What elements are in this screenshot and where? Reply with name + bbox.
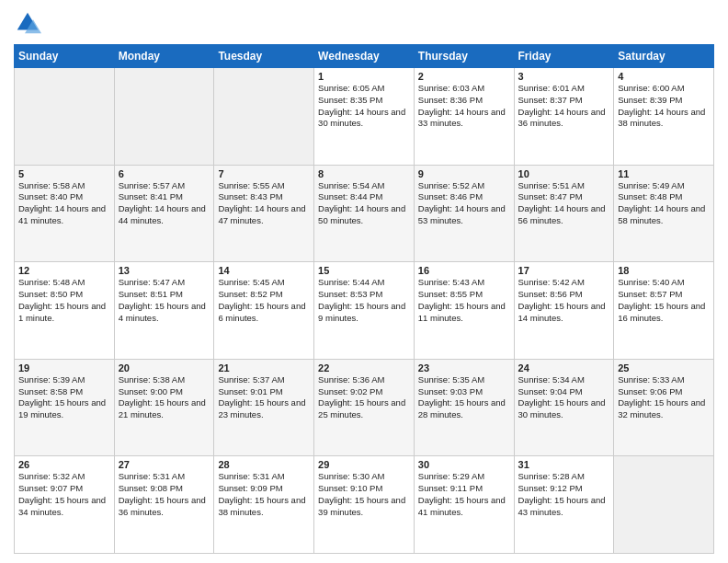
day-info: Sunset: 8:41 PM	[119, 191, 210, 203]
logo-icon	[14, 9, 41, 37]
day-number: 6	[119, 168, 210, 179]
day-number: 25	[618, 362, 710, 373]
day-number: 31	[518, 459, 610, 470]
day-info: Sunrise: 6:01 AM	[518, 83, 610, 95]
day-info: Daylight: 15 hours and 32 minutes.	[618, 397, 710, 421]
day-info: Daylight: 14 hours and 53 minutes.	[418, 203, 510, 227]
day-info: Sunset: 8:36 PM	[418, 95, 510, 107]
day-number: 5	[18, 168, 110, 179]
day-info: Sunset: 8:37 PM	[518, 95, 610, 107]
day-number: 16	[418, 265, 510, 276]
day-info: Sunrise: 5:30 AM	[318, 471, 410, 483]
header	[14, 9, 714, 37]
day-info: Sunrise: 6:03 AM	[418, 83, 510, 95]
day-number: 21	[218, 362, 310, 373]
calendar-day-cell	[114, 68, 214, 166]
calendar-day-cell: 27Sunrise: 5:31 AMSunset: 9:08 PMDayligh…	[114, 456, 214, 554]
day-number: 29	[318, 459, 410, 470]
calendar-day-cell: 13Sunrise: 5:47 AMSunset: 8:51 PMDayligh…	[114, 262, 214, 360]
day-number: 22	[318, 362, 410, 373]
calendar-day-cell: 5Sunrise: 5:58 AMSunset: 8:40 PMDaylight…	[15, 165, 115, 262]
day-info: Daylight: 14 hours and 44 minutes.	[119, 203, 210, 227]
day-info: Sunset: 8:47 PM	[518, 191, 610, 203]
calendar-week-row: 26Sunrise: 5:32 AMSunset: 9:07 PMDayligh…	[15, 456, 714, 554]
day-info: Sunrise: 5:45 AM	[218, 277, 310, 289]
calendar-day-cell: 1Sunrise: 6:05 AMSunset: 8:35 PMDaylight…	[314, 68, 415, 166]
day-info: Sunset: 8:39 PM	[618, 95, 710, 107]
calendar-table: SundayMondayTuesdayWednesdayThursdayFrid…	[14, 44, 714, 554]
day-info: Sunset: 8:56 PM	[518, 289, 610, 301]
calendar-day-cell: 18Sunrise: 5:40 AMSunset: 8:57 PMDayligh…	[614, 262, 714, 360]
day-info: Sunrise: 5:57 AM	[119, 180, 210, 192]
day-info: Daylight: 15 hours and 16 minutes.	[618, 301, 710, 325]
calendar-header-row: SundayMondayTuesdayWednesdayThursdayFrid…	[15, 45, 714, 68]
page: SundayMondayTuesdayWednesdayThursdayFrid…	[0, 0, 728, 563]
day-number: 4	[618, 71, 710, 82]
logo	[14, 9, 45, 37]
day-info: Sunrise: 5:54 AM	[318, 180, 410, 192]
day-info: Sunset: 9:02 PM	[318, 386, 410, 398]
day-info: Sunset: 9:10 PM	[318, 483, 410, 495]
col-header-thursday: Thursday	[414, 45, 514, 68]
day-info: Sunset: 8:44 PM	[318, 191, 410, 203]
day-info: Sunrise: 5:33 AM	[618, 374, 710, 386]
day-info: Daylight: 15 hours and 14 minutes.	[518, 301, 610, 325]
calendar-week-row: 12Sunrise: 5:48 AMSunset: 8:50 PMDayligh…	[15, 262, 714, 360]
calendar-day-cell: 25Sunrise: 5:33 AMSunset: 9:06 PMDayligh…	[614, 359, 714, 456]
day-number: 18	[618, 265, 710, 276]
day-info: Sunset: 8:58 PM	[18, 386, 110, 398]
day-info: Daylight: 15 hours and 25 minutes.	[318, 397, 410, 421]
day-number: 13	[119, 265, 210, 276]
day-info: Sunrise: 5:40 AM	[618, 277, 710, 289]
day-info: Sunset: 8:35 PM	[318, 95, 410, 107]
calendar-day-cell: 21Sunrise: 5:37 AMSunset: 9:01 PMDayligh…	[214, 359, 314, 456]
col-header-sunday: Sunday	[15, 45, 115, 68]
col-header-wednesday: Wednesday	[314, 45, 415, 68]
day-info: Sunrise: 5:38 AM	[119, 374, 210, 386]
calendar-day-cell: 30Sunrise: 5:29 AMSunset: 9:11 PMDayligh…	[414, 456, 514, 554]
day-info: Sunrise: 5:31 AM	[218, 471, 310, 483]
day-number: 7	[218, 168, 310, 179]
calendar-day-cell: 15Sunrise: 5:44 AMSunset: 8:53 PMDayligh…	[314, 262, 415, 360]
col-header-monday: Monday	[114, 45, 214, 68]
calendar-day-cell: 4Sunrise: 6:00 AMSunset: 8:39 PMDaylight…	[614, 68, 714, 166]
day-info: Sunset: 9:04 PM	[518, 386, 610, 398]
day-number: 23	[418, 362, 510, 373]
col-header-tuesday: Tuesday	[214, 45, 314, 68]
calendar-day-cell: 16Sunrise: 5:43 AMSunset: 8:55 PMDayligh…	[414, 262, 514, 360]
day-info: Daylight: 15 hours and 19 minutes.	[18, 397, 110, 421]
day-info: Daylight: 15 hours and 23 minutes.	[218, 397, 310, 421]
calendar-day-cell: 3Sunrise: 6:01 AMSunset: 8:37 PMDaylight…	[514, 68, 614, 166]
day-info: Sunset: 8:51 PM	[119, 289, 210, 301]
day-number: 12	[18, 265, 110, 276]
day-number: 27	[119, 459, 210, 470]
day-info: Sunset: 9:00 PM	[119, 386, 210, 398]
calendar-day-cell: 31Sunrise: 5:28 AMSunset: 9:12 PMDayligh…	[514, 456, 614, 554]
day-info: Sunrise: 5:29 AM	[418, 471, 510, 483]
day-info: Daylight: 15 hours and 21 minutes.	[119, 397, 210, 421]
calendar-week-row: 19Sunrise: 5:39 AMSunset: 8:58 PMDayligh…	[15, 359, 714, 456]
calendar-day-cell: 9Sunrise: 5:52 AMSunset: 8:46 PMDaylight…	[414, 165, 514, 262]
day-info: Sunset: 9:06 PM	[618, 386, 710, 398]
day-info: Sunrise: 5:47 AM	[119, 277, 210, 289]
day-number: 9	[418, 168, 510, 179]
day-info: Sunset: 8:57 PM	[618, 289, 710, 301]
day-number: 28	[218, 459, 310, 470]
day-info: Sunset: 8:48 PM	[618, 191, 710, 203]
day-info: Sunset: 9:11 PM	[418, 483, 510, 495]
day-info: Daylight: 15 hours and 11 minutes.	[418, 301, 510, 325]
day-info: Daylight: 15 hours and 30 minutes.	[518, 397, 610, 421]
day-info: Daylight: 14 hours and 58 minutes.	[618, 203, 710, 227]
day-info: Daylight: 14 hours and 50 minutes.	[318, 203, 410, 227]
day-number: 30	[418, 459, 510, 470]
calendar-day-cell: 14Sunrise: 5:45 AMSunset: 8:52 PMDayligh…	[214, 262, 314, 360]
day-info: Daylight: 14 hours and 41 minutes.	[18, 203, 110, 227]
calendar-day-cell: 12Sunrise: 5:48 AMSunset: 8:50 PMDayligh…	[15, 262, 115, 360]
day-number: 24	[518, 362, 610, 373]
calendar-day-cell: 24Sunrise: 5:34 AMSunset: 9:04 PMDayligh…	[514, 359, 614, 456]
day-info: Sunrise: 5:52 AM	[418, 180, 510, 192]
calendar-week-row: 1Sunrise: 6:05 AMSunset: 8:35 PMDaylight…	[15, 68, 714, 166]
day-info: Sunrise: 5:36 AM	[318, 374, 410, 386]
calendar-day-cell: 11Sunrise: 5:49 AMSunset: 8:48 PMDayligh…	[614, 165, 714, 262]
day-info: Sunset: 9:03 PM	[418, 386, 510, 398]
